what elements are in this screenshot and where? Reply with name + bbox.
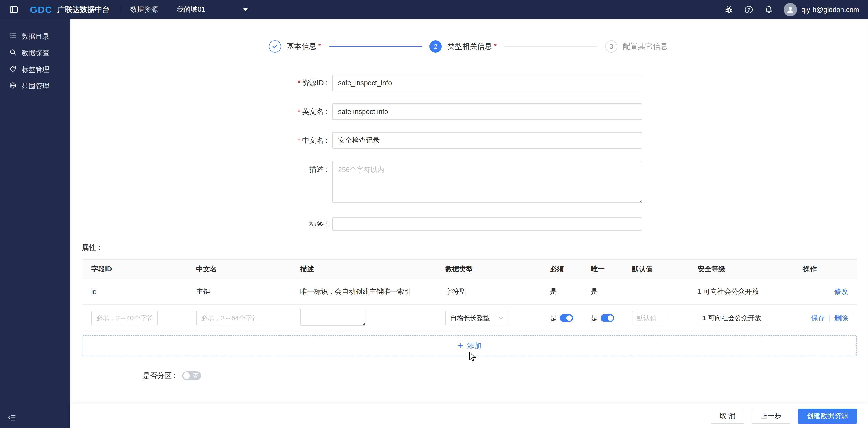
cell-required: 是 (541, 279, 582, 304)
step1-check-circle (269, 40, 281, 53)
partition-toggle[interactable]: 否 (182, 371, 201, 380)
sidebar-collapse-icon[interactable] (8, 414, 16, 424)
field-id-input[interactable] (91, 311, 158, 325)
add-field-label: 添加 (467, 341, 482, 351)
sidebar-item-tag-management[interactable]: 标签管理 (0, 61, 70, 78)
step-type-info[interactable]: 2 类型相关信息* (430, 40, 497, 53)
data-type-select-value: 自增长长整型 (450, 314, 490, 323)
topbar: GDC 广联达数据中台 数据资源 我的域01 (0, 0, 868, 19)
sidebar-item-label: 数据探查 (22, 48, 49, 58)
bell-icon[interactable] (764, 5, 774, 15)
data-type-select[interactable]: 自增长长整型 (445, 311, 508, 325)
app-root: GDC 广联达数据中台 数据资源 我的域01 (0, 0, 868, 428)
step2-circle: 2 (430, 40, 442, 53)
check-icon (272, 43, 278, 50)
security-level-select[interactable]: 1 可向社会公众开放 (698, 311, 767, 325)
required-toggle-label: 是 (550, 314, 557, 323)
cell-default (623, 279, 689, 304)
col-required: 必须 (541, 259, 582, 279)
cell-cn-name: 主键 (187, 279, 291, 304)
table-edit-row: 自增长长整型 是 是 (82, 304, 857, 332)
partition-label: 是否分区 : (143, 371, 176, 381)
partition-toggle-text: 否 (193, 371, 198, 380)
catalog-icon (9, 32, 17, 41)
main-content: 基本信息* 2 类型相关信息* 3 配置其它信息 *资源ID : *英文名 : (70, 19, 868, 428)
avatar (784, 3, 797, 16)
en-name-label: *英文名 : (70, 103, 332, 120)
field-cn-name-input[interactable] (196, 311, 259, 325)
caret-down-icon (243, 8, 248, 11)
required-toggle[interactable] (560, 314, 573, 322)
col-default: 默认值 (623, 259, 689, 279)
domain-select[interactable]: 我的域01 (177, 5, 248, 14)
form-row-cn-name: *中文名 : (70, 132, 868, 149)
delete-link[interactable]: 删除 (834, 314, 848, 322)
tags-input[interactable] (332, 218, 642, 231)
help-icon[interactable]: ? (744, 5, 754, 15)
add-field-button[interactable]: 添加 (82, 335, 857, 356)
sidebar-item-label: 标签管理 (22, 65, 49, 74)
step-label: 基本信息* (286, 41, 321, 52)
step-indicator: 基本信息* 2 类型相关信息* 3 配置其它信息 (70, 40, 868, 53)
sidebar: 数据目录 数据探查 标签管理 (0, 19, 70, 428)
col-security: 安全等级 (689, 259, 794, 279)
field-description-textarea[interactable] (300, 309, 366, 326)
step-connector-done (329, 46, 422, 47)
topbar-right: ? qiy-b@glodon.com (724, 3, 859, 16)
debug-bug-icon[interactable] (724, 5, 734, 15)
chevron-down-icon (498, 315, 503, 321)
default-value-input[interactable] (632, 311, 667, 325)
step3-circle: 3 (605, 40, 618, 53)
tag-icon (9, 65, 17, 74)
sidebar-item-label: 范围管理 (22, 81, 49, 91)
en-name-input[interactable] (332, 103, 642, 120)
form-row-tags: 标签 : (70, 218, 868, 231)
table-header-row: 字段ID 中文名 描述 数据类型 必须 唯一 默认值 安全等级 操作 (82, 259, 857, 279)
link-divider (829, 315, 830, 322)
partition-row: 是否分区 : 否 (143, 371, 868, 381)
attributes-label: 属性 : (82, 243, 868, 253)
step-label: 配置其它信息 (623, 41, 670, 52)
footer-action-bar: 取 消 上一步 创建数据资源 (70, 404, 868, 428)
sidebar-item-scope-management[interactable]: 范围管理 (0, 78, 70, 95)
cancel-button[interactable]: 取 消 (711, 408, 744, 424)
cell-security: 1 可向社会公众开放 (689, 279, 794, 304)
layout-toggle-icon[interactable] (9, 5, 19, 15)
edit-link[interactable]: 修改 (834, 288, 848, 295)
description-label: 描述 : (70, 161, 332, 174)
nav-data-resources[interactable]: 数据资源 (130, 5, 158, 14)
cn-name-input[interactable] (332, 132, 642, 149)
cell-data-type: 字符型 (436, 279, 541, 304)
sidebar-item-data-explore[interactable]: 数据探查 (0, 45, 70, 61)
col-data-type: 数据类型 (436, 259, 541, 279)
unique-toggle[interactable] (600, 314, 614, 322)
step-basic-info[interactable]: 基本信息* (269, 40, 321, 53)
sidebar-item-data-catalog[interactable]: 数据目录 (0, 28, 70, 45)
required-toggle-wrap: 是 (550, 314, 573, 323)
tags-label: 标签 : (70, 218, 332, 231)
table-row-id: id 主键 唯一标识，会自动创建主键唯一索引 字符型 是 是 1 可向社会公众开… (82, 279, 857, 304)
resource-id-label: *资源ID : (70, 74, 332, 91)
gdc-logo[interactable]: GDC (30, 4, 53, 15)
security-level-select-value: 1 可向社会公众开放 (703, 314, 762, 323)
step-connector-todo (504, 46, 597, 47)
step-other-config[interactable]: 3 配置其它信息 (605, 40, 670, 53)
topbar-divider (120, 6, 120, 13)
create-resource-button[interactable]: 创建数据资源 (798, 408, 857, 424)
magnifier-icon (9, 49, 17, 58)
col-cn-name: 中文名 (187, 259, 291, 279)
previous-step-button[interactable]: 上一步 (752, 408, 790, 424)
sidebar-item-label: 数据目录 (22, 32, 49, 41)
cn-name-label: *中文名 : (70, 132, 332, 149)
domain-select-value: 我的域01 (177, 5, 205, 14)
resource-id-input[interactable] (332, 74, 642, 91)
attributes-table: 字段ID 中文名 描述 数据类型 必须 唯一 默认值 安全等级 操作 id 主键… (82, 259, 857, 332)
unique-toggle-wrap: 是 (591, 314, 614, 323)
form-row-en-name: *英文名 : (70, 103, 868, 120)
col-field-id: 字段ID (82, 259, 187, 279)
account-menu[interactable]: qiy-b@glodon.com (784, 3, 859, 16)
svg-text:?: ? (747, 7, 750, 13)
save-link[interactable]: 保存 (811, 314, 825, 322)
col-unique: 唯一 (582, 259, 623, 279)
description-textarea[interactable] (332, 161, 642, 203)
